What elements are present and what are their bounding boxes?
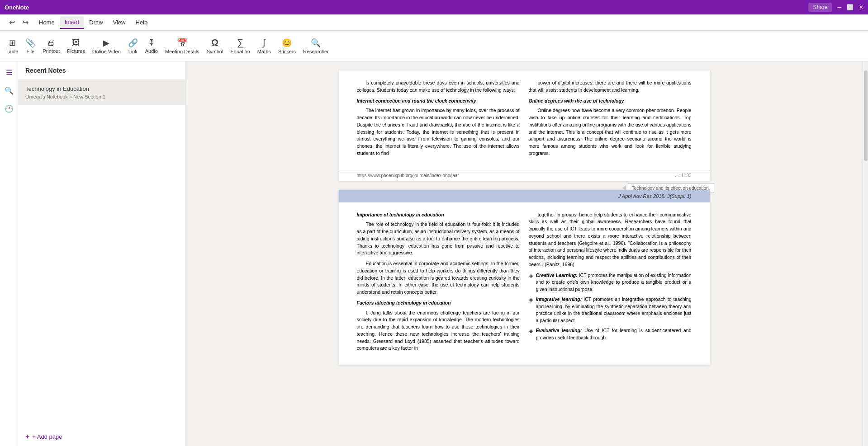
title-bar-icons: Share ─ ⬜ ✕ [808,3,863,12]
title-bar-left: OneNote [5,4,29,11]
pages-icon[interactable]: ☰ [2,65,16,80]
link-icon: 🔗 [128,38,138,48]
stickers-icon: 😊 [282,38,292,48]
note-subtitle: Omega's Notebook » New Section 1 [25,94,178,99]
page-2: J Appl Adv Res 2018: 3(Suppl. 1) Importa… [339,190,710,365]
page1-col2-heading1: Online degrees with the use of technolog… [529,98,692,105]
page1-col2-para1: power of digital increases, there are an… [529,80,692,94]
window-maximize-button[interactable]: ⬜ [847,4,854,10]
bullet-text-1: Integrative learning: ICT promotes an in… [536,296,692,324]
page1-col1-heading1: Internet connection and round the clock … [357,98,520,105]
ribbon-stickers-label: Stickers [278,49,296,54]
ribbon-link-label: Link [128,49,138,54]
redo-button[interactable]: ↪ [19,16,32,29]
page2-col1-heading1: Importance of technology in education [357,211,520,219]
page1-footer: https://www.phoenixpub.org/journals/inde… [339,170,710,181]
meeting-icon: 📅 [177,38,187,48]
history-icon[interactable]: 🕐 [2,101,16,116]
page1-col1-para1: is completely unavoidable these days eve… [357,80,520,94]
ribbon-symbol-label: Symbol [207,49,223,54]
page2-col2-para1: together in groups, hence help students … [529,211,692,268]
maths-icon: ∫ [263,38,265,48]
title-bar: OneNote Share ─ ⬜ ✕ [0,0,868,14]
bullet-diamond-0: ❖ [529,273,533,293]
page2-col1-para3: I. Jung talks about the enormous challen… [357,310,520,352]
bullet-diamond-2: ❖ [529,328,533,342]
window-minimize-button[interactable]: ─ [837,4,841,10]
page2-col1-para1: The role of technology in the field of e… [357,221,520,257]
ribbon: ⊞ Table 📎 File 🖨 Printout 🖼 Pictures ▶ O… [0,31,868,61]
ribbon-table-label: Table [6,49,18,54]
add-page-label: + Add page [32,433,62,440]
page1-col2-para2: Online degrees now have become a very co… [529,107,692,157]
menu-view[interactable]: View [109,16,130,29]
window-close-button[interactable]: ✕ [859,4,863,10]
scrollbar[interactable] [863,61,868,446]
ribbon-maths-label: Maths [257,49,271,54]
menu-insert[interactable]: Insert [60,16,84,29]
undo-button[interactable]: ↩ [5,16,18,29]
symbol-icon: Ω [211,38,218,48]
share-button[interactable]: Share [808,3,832,12]
ribbon-meeting-details[interactable]: 📅 Meeting Details [162,37,202,55]
bullet-text-0: Creative Learning: ICT promotes the mani… [536,272,692,293]
ribbon-stickers[interactable]: 😊 Stickers [275,37,299,55]
page1-content: is completely unavoidable these days eve… [339,70,710,170]
ribbon-table[interactable]: ⊞ Table [4,37,21,55]
page1-footer-dots: .... 1133 [675,173,691,178]
menu-home[interactable]: Home [34,16,59,29]
audio-icon: 🎙 [147,38,156,47]
ribbon-file[interactable]: 📎 File [23,37,38,55]
ribbon-link[interactable]: 🔗 Link [125,37,141,55]
menu-help[interactable]: Help [131,16,152,29]
bullet-text-2: Evaluative learning: Use of ICT for lear… [536,327,692,342]
page2-col2: together in groups, hence help students … [529,211,692,356]
bullet-diamond-1: ❖ [529,297,533,324]
menu-draw[interactable]: Draw [85,16,107,29]
pictures-icon: 🖼 [72,38,80,47]
ribbon-video-label: Online Video [92,49,121,54]
menu-bar: ↩ ↪ Home Insert Draw View Help [0,14,868,31]
table-icon: ⊞ [9,38,16,48]
bullet-item-0: ❖ Creative Learning: ICT promotes the ma… [529,272,692,293]
researcher-icon: 🔍 [311,38,321,48]
page2-col2-bullets: ❖ Creative Learning: ICT promotes the ma… [529,272,692,342]
ribbon-maths[interactable]: ∫ Maths [255,37,274,55]
video-icon: ▶ [103,38,109,48]
ribbon-audio[interactable]: 🎙 Audio [142,37,161,55]
content-area[interactable]: is completely unavoidable these days eve… [185,61,863,446]
ribbon-printout[interactable]: 🖨 Printout [40,37,62,55]
search-icon[interactable]: 🔍 [2,83,16,98]
undo-redo-group: ↩ ↪ [4,16,33,29]
ribbon-online-video[interactable]: ▶ Online Video [90,37,123,55]
ribbon-meeting-label: Meeting Details [165,49,199,54]
page2-col1: Importance of technology in education Th… [357,211,520,356]
bullet-item-2: ❖ Evaluative learning: Use of ICT for le… [529,327,692,342]
page1-col1-para2: The internet has grown in importance by … [357,107,520,157]
note-item-technology[interactable]: Technology in Education Omega's Notebook… [18,80,185,105]
main-area: ☰ 🔍 🕐 Recent Notes Technology in Educati… [0,61,868,446]
ribbon-equation-label: Equation [230,49,250,54]
ribbon-researcher[interactable]: 🔍 Researcher [300,37,332,55]
add-icon: + [25,432,29,441]
page1-footer-url: https://www.phoenixpub.org/journals/inde… [357,173,459,178]
printout-icon: 🖨 [47,38,55,47]
scroll-thumb[interactable] [864,70,868,161]
sidebar-icons: ☰ 🔍 🕐 [0,61,18,446]
ribbon-symbol[interactable]: Ω Symbol [204,37,226,55]
bullet-item-1: ❖ Integrative learning: ICT promotes an … [529,296,692,324]
add-page-button[interactable]: + + Add page [18,427,185,446]
page2-content: Importance of technology in education Th… [339,202,710,365]
ribbon-pictures[interactable]: 🖼 Pictures [64,37,88,55]
app-title: OneNote [5,4,29,11]
ribbon-audio-label: Audio [145,48,158,54]
page-1: is completely unavoidable these days eve… [339,70,710,181]
notes-panel-header: Recent Notes [18,61,185,80]
notes-panel: Recent Notes Technology in Education Ome… [18,61,185,446]
ribbon-researcher-label: Researcher [303,49,329,54]
page2-col1-heading2: Factors affecting technology in educatio… [357,300,520,307]
file-icon: 📎 [25,38,35,48]
ribbon-equation[interactable]: ∑ Equation [228,37,252,55]
ribbon-pictures-label: Pictures [67,48,85,54]
page2-header: J Appl Adv Res 2018: 3(Suppl. 1) [339,190,710,202]
